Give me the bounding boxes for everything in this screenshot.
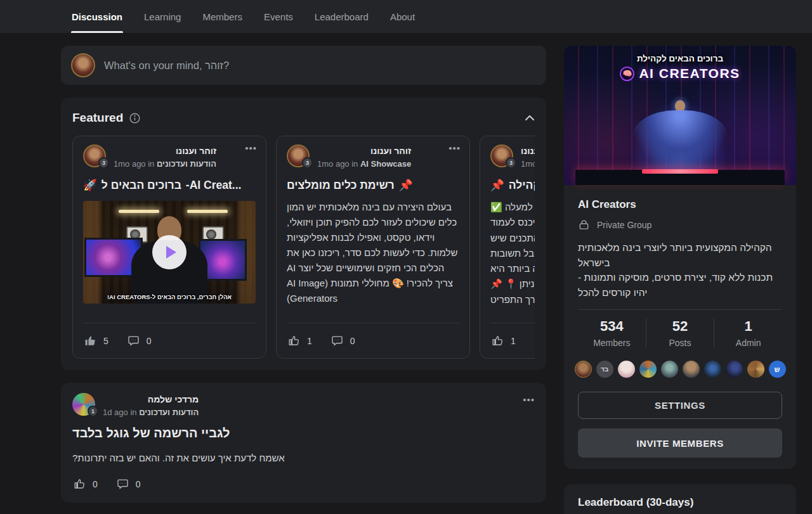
member-avatar-initials[interactable]: ש [769, 361, 786, 378]
member-avatar[interactable] [661, 361, 678, 378]
featured-header: Featured [72, 108, 535, 128]
like-button[interactable]: 1 [492, 335, 516, 347]
member-avatar[interactable] [639, 361, 657, 378]
tab-discussion[interactable]: Discussion [72, 0, 122, 33]
meta-in: in [351, 159, 358, 169]
featured-title: Featured [72, 111, 123, 125]
author-name[interactable]: זוהר וענונו [317, 145, 411, 158]
feed-post[interactable]: ••• 1 מרדכי שלמה 1d ago in הודעות ועדכונ… [61, 383, 546, 503]
author-block: מרדכי שלמה 1d ago in הודעות ועדכונים [103, 393, 199, 417]
post-menu-icon[interactable]: ••• [245, 143, 257, 153]
banner-text: ברוכים הבאים לקהילת 🧠 AI CREATORS [564, 54, 796, 81]
like-count: 0 [93, 479, 98, 489]
post-category[interactable]: הודעות ועדכונים [139, 408, 199, 417]
chevron-up-icon[interactable] [525, 115, 535, 121]
info-icon[interactable] [129, 113, 140, 124]
comment-count: 0 [147, 336, 152, 346]
comment-icon [117, 478, 129, 490]
video-thumbnail[interactable]: אהלן חברים, ברוכים הבאים ל-AI CREATORS! [83, 201, 256, 304]
like-button[interactable]: 1 [288, 335, 312, 347]
avatar-with-level[interactable]: 1 [72, 393, 95, 416]
comment-button[interactable]: 0 [128, 335, 152, 347]
author-block: זוהר וענונו 1mo ago in הודעות ועדכונים [521, 145, 535, 169]
member-avatar[interactable] [704, 361, 721, 378]
member-avatar-initials[interactable]: בד [596, 361, 613, 378]
play-button[interactable] [152, 235, 187, 269]
featured-card-community[interactable]: 3 זוהר וענונו 1mo ago in הודעות ועדכונים… [480, 136, 535, 359]
featured-card-welcome[interactable]: ••• 3 זוהר וענונו 1mo ago in הודעות ועדכ… [72, 136, 266, 359]
body-line: הדרך הטובה ביותר היא [490, 261, 535, 276]
comment-button[interactable]: 0 [117, 478, 141, 490]
comment-count: 0 [136, 479, 141, 489]
invite-members-button[interactable]: INVITE MEMBERS [578, 428, 782, 458]
lock-icon [578, 219, 590, 231]
post-time: 1d ago [103, 408, 128, 417]
pushpin-emoji: 📌 [490, 179, 504, 192]
stat-posts[interactable]: 52 Posts [646, 318, 714, 348]
play-icon [166, 246, 176, 259]
tab-leaderboard[interactable]: Leaderboard [315, 0, 369, 33]
avatar-with-level[interactable]: 3 [287, 145, 310, 167]
ceiling-light [187, 210, 228, 213]
comment-button[interactable]: 0 [331, 335, 355, 347]
featured-section: Featured ••• 3 [61, 98, 546, 370]
community-banner[interactable]: ברוכים הבאים לקהילת 🧠 AI CREATORS [564, 46, 796, 185]
post-meta: 1d ago in הודעות ועדכונים [103, 408, 199, 417]
post-title[interactable]: 🚀 ברוכים הבאים ל -AI Creat... [83, 179, 256, 192]
stat-label: Posts [646, 338, 714, 348]
level-badge: 3 [302, 157, 313, 169]
member-avatar[interactable] [747, 361, 764, 378]
tab-learning[interactable]: Learning [144, 0, 181, 33]
member-avatar[interactable] [575, 361, 592, 378]
comment-icon [128, 335, 140, 347]
post-category[interactable]: AI Showcase [360, 159, 411, 169]
leaderboard-card: Leaderboard (30-days) [564, 484, 796, 514]
body-line: שם תמצאו את כל התכנים שיש [490, 231, 535, 246]
post-time: 1mo ago [317, 159, 350, 169]
member-avatar[interactable] [683, 361, 700, 378]
author-name[interactable]: מרדכי שלמה [103, 393, 199, 406]
avatar [71, 53, 95, 77]
post-menu-icon[interactable]: ••• [449, 143, 461, 153]
post-composer[interactable]: What's on your mind, זוהר? [61, 46, 546, 85]
community-info: AI Creators Private Group הקהילה המקצועי… [564, 185, 796, 388]
post-body: בעולם היצירה עם בינה מלאכותית יש המון כל… [287, 200, 459, 306]
body-line: מומלץ להיכנס לעמוד [490, 215, 535, 230]
author-block: זוהר וענונו 1mo ago in הודעות ועדכונים [114, 145, 216, 169]
community-description: הקהילה המקצועית ביותר ליוצרי בינה מלאכות… [578, 240, 782, 300]
like-button[interactable]: 0 [74, 478, 98, 490]
tab-label: Learning [144, 11, 181, 22]
tab-events[interactable]: Events [264, 0, 293, 33]
like-button[interactable]: 5 [84, 335, 108, 347]
post-time: 1mo ago [114, 159, 146, 169]
post-title[interactable]: 📌 כל מה שחשוב לדעת על הקהילה [490, 179, 535, 192]
stat-members[interactable]: 534 Members [578, 318, 646, 348]
like-count: 1 [307, 336, 312, 346]
member-avatar[interactable] [726, 361, 743, 378]
post-header: 3 זוהר וענונו 1mo ago in AI Showcase [287, 145, 459, 169]
post-title[interactable]: רשימת כלים מומלצים 📌 [287, 179, 459, 192]
tab-about[interactable]: About [390, 0, 415, 33]
post-body: אשמח לדעת איך עושים את זה. והאם יש בזה י… [72, 451, 535, 466]
member-avatar[interactable] [618, 361, 635, 378]
stat-admin[interactable]: 1 Admin [714, 318, 782, 348]
level-badge: 1 [88, 406, 98, 417]
tab-members[interactable]: Members [202, 0, 242, 33]
post-category[interactable]: הודעות ועדכונים [157, 159, 216, 169]
post-menu-icon[interactable]: ••• [523, 394, 535, 405]
stat-value: 52 [646, 318, 714, 335]
meta-in: in [130, 408, 136, 417]
featured-card-tools[interactable]: ••• 3 זוהר וענונו 1mo ago in AI Showcase [276, 136, 470, 359]
community-name: AI Creators [578, 198, 782, 211]
author-name[interactable]: זוהר וענונו [114, 145, 216, 158]
banner-figure-body [632, 110, 728, 169]
pushpin-emoji: 📌 [399, 179, 413, 192]
post-title[interactable]: לגביי הרשמה של גוגל בלבד [72, 426, 535, 440]
tab-label: Events [264, 11, 293, 22]
author-block: זוהר וענונו 1mo ago in AI Showcase [317, 145, 411, 169]
author-name[interactable]: זוהר וענונו [521, 145, 535, 158]
rocket-emoji: 🚀 [83, 179, 97, 192]
settings-button[interactable]: SETTINGS [578, 392, 782, 419]
avatar-with-level[interactable]: 3 [490, 145, 513, 167]
avatar-with-level[interactable]: 3 [83, 145, 106, 167]
